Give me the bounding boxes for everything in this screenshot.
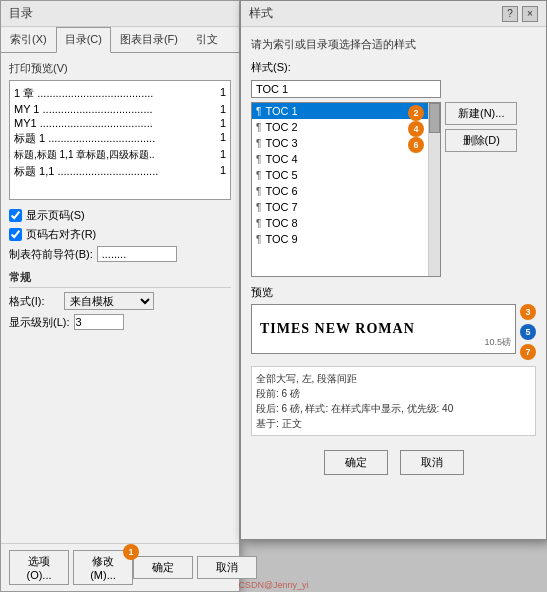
bg-dialog-title: 目录 bbox=[1, 1, 239, 27]
show-page-num-row: 显示页码(S) bbox=[9, 208, 231, 223]
style-item-toc3-label: TOC 3 bbox=[265, 137, 297, 149]
bg-content: 打印预览(V) 1 章 ............................… bbox=[1, 53, 239, 342]
style-input[interactable] bbox=[251, 80, 441, 98]
fg-dialog: 样式 ? × 请为索引或目录项选择合适的样式 样式(S): ¶ TOC 1 2 … bbox=[240, 0, 547, 540]
print-preview-label: 打印预览(V) bbox=[9, 61, 231, 76]
preview-line-2: MY 1 ...................................… bbox=[14, 102, 226, 116]
tab-citation[interactable]: 引文 bbox=[187, 27, 227, 52]
para-icon-2: ¶ bbox=[256, 122, 261, 133]
fg-body: 请为索引或目录项选择合适的样式 样式(S): ¶ TOC 1 2 ¶ TOC 2… bbox=[241, 27, 546, 491]
para-icon-9: ¶ bbox=[256, 234, 261, 245]
styles-label: 样式(S): bbox=[251, 60, 536, 75]
level-label: 显示级别(L): bbox=[9, 315, 70, 330]
preview-line-5: 标题,标题 1,1 章标题,四级标题..1 bbox=[14, 147, 226, 163]
style-item-toc7[interactable]: ¶ TOC 7 bbox=[252, 199, 440, 215]
style-item-toc2[interactable]: ¶ TOC 2 4 bbox=[252, 119, 440, 135]
scrollbar-track[interactable] bbox=[428, 103, 440, 276]
para-icon-8: ¶ bbox=[256, 218, 261, 229]
fg-ok-button[interactable]: 确定 bbox=[324, 450, 388, 475]
page-num-right-checkbox[interactable] bbox=[9, 228, 22, 241]
style-item-toc3[interactable]: ¶ TOC 3 6 bbox=[252, 135, 440, 151]
style-list-container: ¶ TOC 1 2 ¶ TOC 2 4 ¶ TOC 3 6 ¶ TOC 4 bbox=[251, 102, 536, 277]
format-row: 格式(I): 来自模板 bbox=[9, 292, 231, 310]
new-button[interactable]: 新建(N)... bbox=[445, 102, 517, 125]
level-input[interactable] bbox=[74, 314, 124, 330]
preview-label: 预览 bbox=[251, 285, 536, 300]
fg-dialog-title: 样式 bbox=[249, 5, 273, 22]
fg-instruction: 请为索引或目录项选择合适的样式 bbox=[251, 37, 536, 52]
style-item-toc9-label: TOC 9 bbox=[265, 233, 297, 245]
format-select[interactable]: 来自模板 bbox=[64, 292, 154, 310]
preview-description: 全部大写, 左, 段落间距 段前: 6 磅 段后: 6 磅, 样式: 在样式库中… bbox=[251, 366, 536, 436]
page-num-right-label: 页码右对齐(R) bbox=[26, 227, 96, 242]
style-list-btns: 新建(N)... 删除(D) bbox=[445, 102, 517, 277]
tab-leader-input[interactable] bbox=[97, 246, 177, 262]
fg-cancel-button[interactable]: 取消 bbox=[400, 450, 464, 475]
style-item-toc4[interactable]: ¶ TOC 4 bbox=[252, 151, 440, 167]
badge-3: 3 bbox=[520, 304, 536, 320]
options-button[interactable]: 选项(O)... bbox=[9, 550, 69, 585]
preview-box: TIMES NEW ROMAN 10.5磅 bbox=[251, 304, 516, 354]
help-button[interactable]: ? bbox=[502, 6, 518, 22]
para-icon-4: ¶ bbox=[256, 154, 261, 165]
show-page-num-checkbox[interactable] bbox=[9, 209, 22, 222]
tab-index[interactable]: 索引(X) bbox=[1, 27, 56, 52]
page-num-right-row: 页码右对齐(R) bbox=[9, 227, 231, 242]
style-item-toc1-label: TOC 1 bbox=[265, 105, 297, 117]
level-row: 显示级别(L): bbox=[9, 314, 231, 330]
preview-line-1: 1 章 ....................................… bbox=[14, 85, 226, 102]
tab-leader-row: 制表符前导符(B): bbox=[9, 246, 231, 262]
tab-leader-label: 制表符前导符(B): bbox=[9, 247, 93, 262]
watermark: CSDN@Jenny_yi bbox=[238, 580, 308, 590]
style-item-toc8-label: TOC 8 bbox=[265, 217, 297, 229]
general-section-label: 常规 bbox=[9, 270, 231, 288]
format-label: 格式(I): bbox=[9, 294, 64, 309]
tab-figure[interactable]: 图表目录(F) bbox=[111, 27, 187, 52]
style-item-toc8[interactable]: ¶ TOC 8 bbox=[252, 215, 440, 231]
fg-title-btns: ? × bbox=[502, 6, 538, 22]
para-icon-1: ¶ bbox=[256, 106, 261, 117]
para-icon-6: ¶ bbox=[256, 186, 261, 197]
badge-1: 1 bbox=[123, 544, 139, 560]
preview-line-3: MY1 ....................................… bbox=[14, 116, 226, 130]
preview-text: TIMES NEW ROMAN bbox=[260, 321, 415, 337]
scrollbar-thumb[interactable] bbox=[429, 103, 440, 133]
style-item-toc6[interactable]: ¶ TOC 6 bbox=[252, 183, 440, 199]
style-item-toc5[interactable]: ¶ TOC 5 bbox=[252, 167, 440, 183]
print-preview-area: 1 章 ....................................… bbox=[9, 80, 231, 200]
para-icon-3: ¶ bbox=[256, 138, 261, 149]
badge-7: 7 bbox=[520, 344, 536, 360]
bg-bottom-btns: 选项(O)... 修改(M)... 1 确定 取消 bbox=[1, 543, 239, 591]
style-item-toc7-label: TOC 7 bbox=[265, 201, 297, 213]
style-item-toc2-label: TOC 2 bbox=[265, 121, 297, 133]
preview-line-6: 标题 1,1 .................................… bbox=[14, 163, 226, 180]
style-item-toc9[interactable]: ¶ TOC 9 bbox=[252, 231, 440, 247]
bg-dialog-tabs: 索引(X) 目录(C) 图表目录(F) 引文 bbox=[1, 27, 239, 53]
style-list: ¶ TOC 1 2 ¶ TOC 2 4 ¶ TOC 3 6 ¶ TOC 4 bbox=[251, 102, 441, 277]
bg-dialog: 目录 索引(X) 目录(C) 图表目录(F) 引文 打印预览(V) 1 章 ..… bbox=[0, 0, 240, 592]
fg-bottom-btns: 确定 取消 bbox=[251, 444, 536, 481]
para-icon-7: ¶ bbox=[256, 202, 261, 213]
tab-toc[interactable]: 目录(C) bbox=[56, 27, 111, 53]
close-button[interactable]: × bbox=[522, 6, 538, 22]
style-item-toc1[interactable]: ¶ TOC 1 2 bbox=[252, 103, 440, 119]
style-item-toc6-label: TOC 6 bbox=[265, 185, 297, 197]
delete-button[interactable]: 删除(D) bbox=[445, 129, 517, 152]
fg-title-bar: 样式 ? × bbox=[241, 1, 546, 27]
preview-size-label: 10.5磅 bbox=[484, 336, 511, 349]
preview-line-4: 标题 1 ...................................… bbox=[14, 130, 226, 147]
style-item-toc4-label: TOC 4 bbox=[265, 153, 297, 165]
para-icon-5: ¶ bbox=[256, 170, 261, 181]
bg-ok-button[interactable]: 确定 bbox=[133, 556, 193, 579]
bg-cancel-button[interactable]: 取消 bbox=[197, 556, 257, 579]
badge-5: 5 bbox=[520, 324, 536, 340]
style-item-toc5-label: TOC 5 bbox=[265, 169, 297, 181]
show-page-num-label: 显示页码(S) bbox=[26, 208, 85, 223]
